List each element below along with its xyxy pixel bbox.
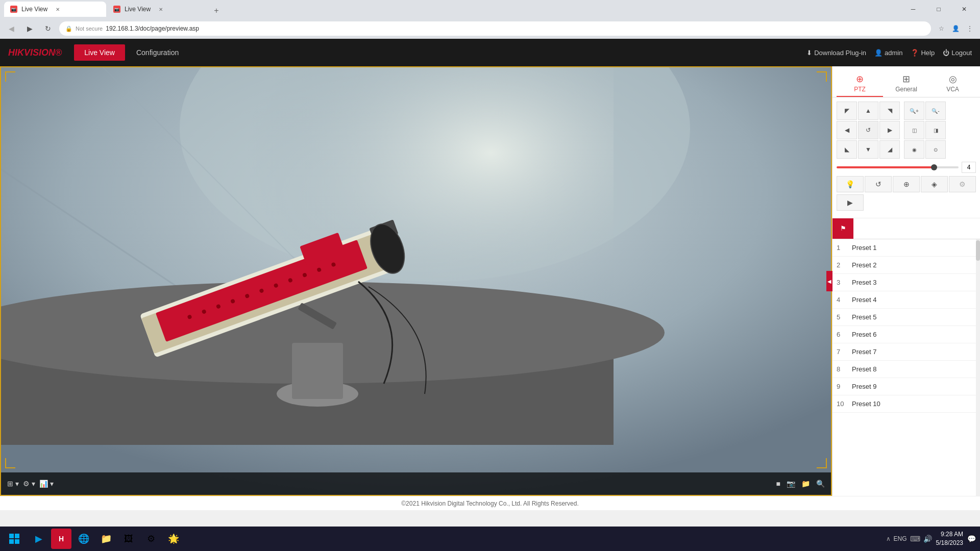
preset-item-9[interactable]: 9Preset 9 <box>832 378 980 395</box>
close-button[interactable]: ✕ <box>952 0 976 18</box>
taskbar-app-unknown[interactable]: 🌟 <box>163 529 184 549</box>
focus-near-btn[interactable]: ◫ <box>904 121 924 139</box>
logout-icon: ⏻ <box>943 49 949 57</box>
zoom-btn[interactable]: 🔍 <box>816 480 825 488</box>
record-btn[interactable]: 📁 <box>801 480 810 488</box>
tab-vca[interactable]: ◎ VCA <box>929 70 976 97</box>
preset-item-1[interactable]: 1Preset 1 <box>832 239 980 257</box>
logout-btn[interactable]: ⏻ Logout <box>943 49 972 57</box>
general-tab-label: General <box>895 86 917 93</box>
tab-2[interactable]: 📷 Live View ✕ <box>107 2 209 17</box>
aux2-btn[interactable]: ⚙ <box>949 176 976 192</box>
tab1-close[interactable]: ✕ <box>54 5 62 13</box>
speed-slider[interactable] <box>837 166 959 168</box>
zoom-out-btn[interactable]: 🔍- <box>925 102 946 120</box>
feature-r2-1[interactable]: ▶ <box>837 194 864 211</box>
light-btn[interactable]: 💡 <box>837 176 864 192</box>
sound-icon[interactable]: 🔊 <box>923 535 932 543</box>
tab-1[interactable]: 📷 Live View ✕ <box>4 2 106 17</box>
zoom-in-btn[interactable]: 🔍+ <box>904 102 924 120</box>
help-label: Help <box>921 49 935 57</box>
date-display: 5/18/2023 <box>936 539 963 547</box>
stream-settings-btn[interactable]: 📊 ▾ <box>39 480 54 488</box>
iris-close-btn[interactable]: ⊙ <box>925 140 946 159</box>
preset-name-6: Preset 6 <box>852 331 976 338</box>
camera-settings-btn[interactable]: ⚙ ▾ <box>23 480 35 488</box>
svg-rect-31 <box>15 539 19 544</box>
ptz-up-btn[interactable]: ▲ <box>858 102 878 120</box>
preset-num-6: 6 <box>837 331 852 338</box>
back-button[interactable]: ◀ <box>4 21 18 36</box>
feature-r2-5 <box>949 194 976 211</box>
keyboard-icon: ⌨ <box>910 535 920 543</box>
wiper-btn[interactable]: ↺ <box>865 176 892 192</box>
preset-item-4[interactable]: 4Preset 4 <box>832 291 980 309</box>
plugin-label: Download Plug-in <box>814 49 866 57</box>
bookmark-button[interactable]: ☆ <box>935 22 947 35</box>
aux1-btn[interactable]: ◈ <box>921 176 948 192</box>
address-input[interactable]: 🔒 Not secure 192.168.1.3/doc/page/previe… <box>59 21 931 36</box>
snapshot-btn[interactable]: 📷 <box>787 480 795 488</box>
scroll-thumb[interactable] <box>976 240 980 261</box>
preset-tab-flag[interactable]: ⚑ <box>832 218 853 239</box>
feature-r2-2 <box>865 194 892 211</box>
speed-thumb[interactable] <box>931 164 937 170</box>
download-plugin-btn[interactable]: ⬇ Download Plug-in <box>806 49 866 57</box>
focus-far-btn[interactable]: ◨ <box>925 121 946 139</box>
nav-configuration[interactable]: Configuration <box>126 44 189 61</box>
preset-item-7[interactable]: 7Preset 7 <box>832 343 980 361</box>
ptz-auto-btn[interactable]: ↺ <box>858 121 878 139</box>
preset-item-3[interactable]: 3Preset 3 <box>832 274 980 291</box>
preset-scrollbar[interactable] <box>976 239 980 496</box>
minimize-button[interactable]: ─ <box>901 0 925 18</box>
preset-item-6[interactable]: 6Preset 6 <box>832 326 980 343</box>
preset-tab-3[interactable] <box>917 218 980 239</box>
view-mode-btn[interactable]: ⊞ ▾ <box>7 480 19 488</box>
preset-item-8[interactable]: 8Preset 8 <box>832 361 980 378</box>
notification-icon[interactable]: 💬 <box>967 535 976 543</box>
taskbar-app-red[interactable]: H <box>51 529 71 549</box>
taskbar-app-photos[interactable]: 🖼 <box>118 529 139 549</box>
preset-item-5[interactable]: 5Preset 5 <box>832 309 980 326</box>
ptz-icon: ⊕ <box>856 73 864 85</box>
maximize-button[interactable]: □ <box>927 0 950 18</box>
taskbar-app-files[interactable]: 📁 <box>96 529 116 549</box>
user-icon: 👤 <box>874 49 883 57</box>
ptz-downright-btn[interactable]: ◢ <box>879 140 900 159</box>
reload-button[interactable]: ↻ <box>41 21 55 36</box>
tab-ptz[interactable]: ⊕ PTZ <box>837 70 883 97</box>
preset-num-7: 7 <box>837 348 852 356</box>
nav-live-view[interactable]: Live View <box>74 44 125 61</box>
taskbar-app-powershell[interactable]: ▶ <box>29 529 49 549</box>
app-footer: ©2021 Hikvision Digital Technology Co., … <box>0 496 980 510</box>
corner-overlay-br <box>817 458 827 468</box>
tab-general[interactable]: ⊞ General <box>883 70 929 97</box>
camera-view: ⊞ ▾ ⚙ ▾ 📊 ▾ ■ 📷 📁 🔍 <box>0 66 832 496</box>
taskbar-app-settings[interactable]: ⚙ <box>141 529 161 549</box>
ptz-right-btn[interactable]: ▶ <box>879 121 900 139</box>
preset-tab-2[interactable] <box>853 218 917 239</box>
stop-btn[interactable]: ■ <box>776 480 780 488</box>
ptz-upleft-btn[interactable]: ◤ <box>837 102 857 120</box>
ptz-upright-btn[interactable]: ◥ <box>879 102 900 120</box>
ptz-downleft-btn[interactable]: ◣ <box>837 140 857 159</box>
profile-button[interactable]: 👤 <box>949 22 962 35</box>
preset-item-2[interactable]: 2Preset 2 <box>832 257 980 274</box>
preset-list: 1Preset 12Preset 23Preset 34Preset 45Pre… <box>832 239 980 496</box>
collapse-panel-btn[interactable]: ◀ <box>826 271 832 291</box>
iris-open-btn[interactable]: ◉ <box>904 140 924 159</box>
user-btn[interactable]: 👤 admin <box>874 49 902 57</box>
extensions-button[interactable]: ⋮ <box>964 22 976 35</box>
tab2-close[interactable]: ✕ <box>157 5 165 13</box>
header-actions: ⬇ Download Plug-in 👤 admin ❓ Help ⏻ Logo… <box>806 49 972 57</box>
ptz-left-btn[interactable]: ◀ <box>837 121 857 139</box>
preset-item-10[interactable]: 10Preset 10 <box>832 395 980 413</box>
start-button[interactable] <box>4 529 24 549</box>
center-btn[interactable]: ⊕ <box>893 176 920 192</box>
forward-button[interactable]: ▶ <box>22 21 37 36</box>
ptz-down-btn[interactable]: ▼ <box>858 140 878 159</box>
chevron-up-icon[interactable]: ∧ <box>886 535 891 542</box>
help-btn[interactable]: ❓ Help <box>911 49 935 57</box>
taskbar-app-chrome[interactable]: 🌐 <box>74 529 94 549</box>
new-tab-button[interactable]: + <box>210 5 223 17</box>
